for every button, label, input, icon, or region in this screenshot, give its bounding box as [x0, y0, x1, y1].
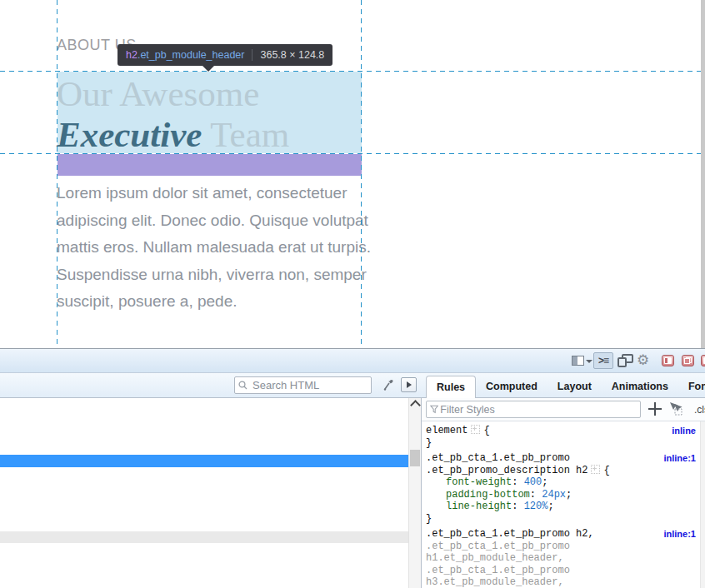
semicolon: ;: [548, 501, 553, 512]
property-value: 120%: [524, 501, 548, 512]
paragraph-line: Suspendisse urna nibh, viverra non, semp…: [57, 262, 371, 289]
red-window-glyph: [684, 357, 692, 364]
body-paragraph: Lorem ipsum dolor sit amet, consectetuer…: [57, 180, 371, 316]
property-name: line-height: [446, 501, 512, 512]
rule-origin-link[interactable]: inline: [672, 425, 696, 437]
filter-toolbar: .cls: [422, 398, 705, 421]
rule-selector-line-unmatched: h3.et_pb_module_header,: [426, 576, 700, 588]
paragraph-line: suscipit, posuere a, pede.: [57, 288, 371, 316]
red-dock-icon[interactable]: [662, 355, 674, 366]
css-rules-list: element{ } inline .et_pb_cta_1.et_pb_pro…: [422, 421, 700, 588]
console-toggle-icon[interactable]: >≡: [593, 352, 613, 369]
heading-emphasis: Executive: [57, 115, 202, 154]
page-heading: Our Awesome Executive Team: [57, 73, 289, 155]
property-value: 24px: [542, 489, 566, 501]
rule-origin-link[interactable]: inline:1: [663, 452, 696, 465]
rule-selector-line-unmatched: .et_pb_cta_1.et_pb_promo: [426, 541, 700, 553]
search-html-box: [234, 376, 372, 394]
semicolon: ;: [566, 489, 572, 501]
css-rule-module-header: .et_pb_cta_1.et_pb_promo h2, .et_pb_cta_…: [426, 528, 700, 588]
css-declaration[interactable]: font-weight: 400;: [426, 476, 700, 489]
paragraph-line: mattis eros. Nullam malesuada erat ut tu…: [57, 234, 371, 262]
pseudo-class-icon[interactable]: [668, 401, 685, 416]
rule-selector-line-unmatched: h1.et_pb_module_header,: [426, 552, 700, 565]
devtools-toolbar: >≡ ⚙: [0, 349, 705, 373]
rule-selector-line[interactable]: .et_pb_cta_1.et_pb_promo h2,: [426, 528, 700, 541]
rule-selector-line-unmatched: .et_pb_cta_1.et_pb_promo: [426, 565, 700, 577]
markup-view: [0, 398, 422, 588]
paragraph-line: Lorem ipsum dolor sit amet, consectetuer: [57, 180, 371, 207]
property-name: padding-bottom: [446, 489, 530, 501]
dock-dropdown-icon[interactable]: [586, 360, 592, 363]
rule-origin-link[interactable]: inline:1: [663, 528, 696, 541]
filter-styles-input[interactable]: [438, 403, 637, 416]
scroll-up-icon[interactable]: [410, 400, 421, 411]
heading-line2-rest: Team: [202, 115, 289, 154]
scrollbar-thumb[interactable]: [410, 450, 420, 466]
property-value: 400: [524, 476, 542, 488]
open-brace: {: [603, 465, 609, 476]
toggle-classes-button[interactable]: .cls: [694, 404, 705, 416]
property-name: font-weight: [446, 476, 512, 488]
page-scrollbar[interactable]: [701, 0, 705, 348]
selected-node-row[interactable]: [0, 455, 408, 467]
rule-selector-line: .et_pb_promo_description h2{: [426, 465, 700, 477]
tab-layout[interactable]: Layout: [548, 376, 602, 398]
browser-viewport: ABOUT US Our Awesome Executive Team Lore…: [0, 0, 705, 348]
sidebar-tabs: Rules Computed Layout Animations Fonts: [422, 373, 705, 398]
inspector-guide-left: [57, 0, 58, 347]
hovered-node-row[interactable]: [0, 531, 408, 543]
css-rule-promo-description: .et_pb_cta_1.et_pb_promo .et_pb_promo_de…: [426, 452, 700, 525]
tab-animations[interactable]: Animations: [602, 376, 678, 398]
inspector-guide-bottom: [0, 153, 701, 154]
css-rule-element: element{ } inline: [426, 425, 700, 449]
heading-line2: Executive Team: [57, 114, 289, 155]
tooltip-arrow: [202, 66, 214, 72]
add-rule-icon[interactable]: [646, 400, 664, 418]
inspector-guide-right: [361, 0, 362, 347]
selector-text[interactable]: .et_pb_promo_description h2: [426, 465, 588, 476]
rules-panel: .cls element{ } inline .et_pb_cta_1.et_p…: [422, 398, 705, 588]
semicolon: ;: [542, 476, 548, 488]
red-dock-glyph: [664, 357, 672, 364]
markup-scrollbar[interactable]: [408, 398, 421, 588]
colon: :: [512, 476, 523, 488]
selector-highlight-icon[interactable]: [471, 425, 480, 434]
expand-sidebar-button[interactable]: [401, 377, 417, 392]
css-declaration[interactable]: padding-bottom: 24px;: [426, 489, 700, 501]
rule-close-line: }: [426, 437, 700, 450]
filter-funnel-icon: [430, 405, 438, 414]
rule-selector-line[interactable]: .et_pb_cta_1.et_pb_promo: [426, 452, 700, 465]
rule-selector-line: element{: [426, 425, 700, 437]
eyedropper-icon[interactable]: [382, 376, 395, 393]
tab-computed[interactable]: Computed: [476, 376, 548, 398]
inspector-padding-highlight: [58, 154, 362, 176]
colon: :: [530, 489, 542, 501]
filter-styles-box: [426, 401, 641, 418]
colon: :: [512, 501, 523, 512]
rules-scrollbar[interactable]: [700, 421, 705, 588]
selector-text[interactable]: element: [426, 425, 468, 436]
selector-highlight-icon[interactable]: [591, 465, 600, 474]
inspector-toolbar: Rules Computed Layout Animations Fonts: [0, 373, 705, 398]
tooltip-tag-name: h2: [126, 49, 138, 61]
heading-line1: Our Awesome: [57, 73, 289, 114]
tab-rules[interactable]: Rules: [426, 376, 476, 398]
css-declaration[interactable]: line-height: 120%;: [426, 501, 700, 513]
gear-icon[interactable]: ⚙: [637, 351, 649, 369]
search-icon: [238, 381, 248, 390]
screenshot-root: ABOUT US Our Awesome Executive Team Lore…: [0, 0, 705, 588]
inspector-node-tooltip: h2.et_pb_module_header 365.8 × 124.8: [118, 44, 332, 66]
tooltip-dimensions: 365.8 × 124.8: [260, 49, 324, 61]
dock-side-icon[interactable]: [572, 356, 584, 366]
paragraph-line: adipiscing elit. Donec odio. Quisque vol…: [57, 207, 371, 235]
inspector-guide-top: [0, 71, 701, 72]
tab-fonts[interactable]: Fonts: [678, 376, 705, 398]
red-close-icon[interactable]: [701, 355, 705, 366]
responsive-mode-icon[interactable]: [618, 354, 633, 367]
search-input[interactable]: [251, 378, 368, 392]
rule-close-line: }: [426, 513, 700, 526]
devtools-panel: >≡ ⚙: [0, 348, 705, 588]
tooltip-class-name: .et_pb_module_header: [138, 49, 245, 61]
red-window-icon[interactable]: [682, 355, 694, 366]
